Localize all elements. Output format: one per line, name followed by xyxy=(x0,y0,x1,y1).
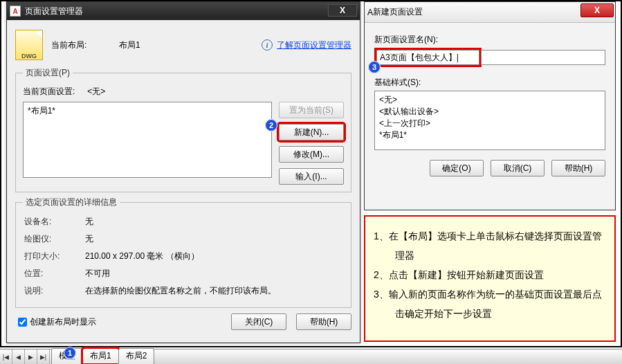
cancel-button[interactable]: 取消(C) xyxy=(491,160,545,176)
page-setup-legend: 页面设置(P) xyxy=(23,67,73,79)
current-layout-label: 当前布局: xyxy=(51,39,113,51)
ok-button[interactable]: 确定(O) xyxy=(430,160,484,176)
plotter-value: 无 xyxy=(85,231,276,247)
dialog-title: 新建页面设置 xyxy=(373,6,423,18)
new-button[interactable]: 新建(N)... xyxy=(279,124,344,140)
plotter-label: 绘图仪: xyxy=(24,231,84,247)
details-table: 设备名:无 绘图仪:无 打印大小:210.00 x 297.00 毫米 （横向）… xyxy=(23,212,277,300)
app-icon: A xyxy=(10,6,21,17)
dwg-file-icon: DWG xyxy=(15,30,43,60)
size-label: 打印大小: xyxy=(24,248,84,264)
layout-tab-bar: |◀ ◀ ▶ ▶| 模型 布局1 布局2 xyxy=(0,349,622,364)
set-current-button: 置为当前(S) xyxy=(279,102,344,118)
list-item[interactable]: *布局1* xyxy=(28,105,267,117)
page-setup-name-input-ext[interactable] xyxy=(481,50,605,65)
instruction-line: 1、在【布局】选项卡上单击鼠标右键选择页面设置管理器 xyxy=(374,226,606,265)
base-style-label: 基础样式(S): xyxy=(374,77,605,89)
close-dialog-button[interactable]: 关闭(C) xyxy=(231,313,286,330)
close-button[interactable]: X xyxy=(580,3,614,17)
base-style-listbox[interactable]: <无> <默认输出设备> <上一次打印> *布局1* xyxy=(374,91,605,150)
help-button[interactable]: 帮助(H) xyxy=(296,313,351,330)
list-item[interactable]: *布局1* xyxy=(379,129,601,141)
app-icon: A xyxy=(367,8,373,17)
info-icon[interactable]: i xyxy=(262,39,273,51)
device-value: 无 xyxy=(85,214,276,230)
titlebar-right: A 新建页面设置 X xyxy=(365,2,615,23)
step-marker-2: 2 xyxy=(265,119,277,131)
new-page-setup-dialog: A 新建页面设置 X 新页面设置名(N): 基础样式(S): <无> <默认输出… xyxy=(364,1,616,210)
tab-layout2[interactable]: 布局2 xyxy=(118,348,155,364)
modify-button[interactable]: 修改(M)... xyxy=(279,146,344,163)
help-button[interactable]: 帮助(H) xyxy=(551,160,605,176)
location-value: 不可用 xyxy=(85,266,276,282)
current-setup-value: <无> xyxy=(87,87,105,96)
size-value: 210.00 x 297.00 毫米 （横向） xyxy=(85,248,276,264)
current-layout-value: 布局1 xyxy=(119,39,140,51)
close-button[interactable]: X xyxy=(328,4,357,17)
titlebar-left: A 页面设置管理器 X xyxy=(7,2,360,20)
page-setup-name-input[interactable] xyxy=(376,50,479,65)
details-group: 选定页面设置的详细信息 设备名:无 绘图仪:无 打印大小:210.00 x 29… xyxy=(15,197,351,308)
list-item[interactable]: <上一次打印> xyxy=(379,118,601,129)
page-setup-listbox[interactable]: *布局1* xyxy=(23,102,272,178)
tab-nav-buttons: |◀ ◀ ▶ ▶| xyxy=(0,349,50,364)
name-label: 新页面设置名(N): xyxy=(374,34,605,46)
dialog-title: 页面设置管理器 xyxy=(25,6,83,17)
import-button[interactable]: 输入(I)... xyxy=(279,168,344,185)
instruction-line: 2、点击【新建】按钮开始新建页面设置 xyxy=(374,265,606,284)
nav-prev-icon[interactable]: ◀ xyxy=(12,349,25,364)
device-label: 设备名: xyxy=(24,214,84,230)
list-item[interactable]: <默认输出设备> xyxy=(379,106,601,118)
instruction-box: 1、在【布局】选项卡上单击鼠标右键选择页面设置管理器 2、点击【新建】按钮开始新… xyxy=(364,215,616,342)
desc-label: 说明: xyxy=(24,283,84,299)
learn-more-link[interactable]: 了解页面设置管理器 xyxy=(277,39,351,51)
step-marker-1: 1 xyxy=(64,347,76,359)
page-setup-manager-dialog: A 页面设置管理器 X DWG 当前布局: 布局1 i 了解页面设置管理器 页面… xyxy=(6,1,360,343)
page-setup-group: 页面设置(P) 当前页面设置: <无> *布局1* 置为当前(S) 新建(N).… xyxy=(15,67,351,192)
nav-last-icon[interactable]: ▶| xyxy=(37,349,50,364)
current-setup-label: 当前页面设置: xyxy=(23,86,85,98)
desc-value: 在选择新的绘图仪配置名称之前，不能打印该布局。 xyxy=(85,283,276,299)
details-legend: 选定页面设置的详细信息 xyxy=(23,197,120,208)
tab-layout1[interactable]: 布局1 xyxy=(82,348,119,364)
instruction-line: 3、输入新的页面名称作为统一的基础页面设置最后点击确定开始下一步设置 xyxy=(374,284,606,323)
show-on-new-layout-checkbox[interactable] xyxy=(18,318,27,327)
location-label: 位置: xyxy=(24,266,84,282)
list-item[interactable]: <无> xyxy=(379,94,601,106)
nav-next-icon[interactable]: ▶ xyxy=(25,349,37,364)
nav-first-icon[interactable]: |◀ xyxy=(0,349,12,364)
step-marker-3: 3 xyxy=(368,61,381,73)
checkbox-label: 创建新布局时显示 xyxy=(30,316,96,328)
